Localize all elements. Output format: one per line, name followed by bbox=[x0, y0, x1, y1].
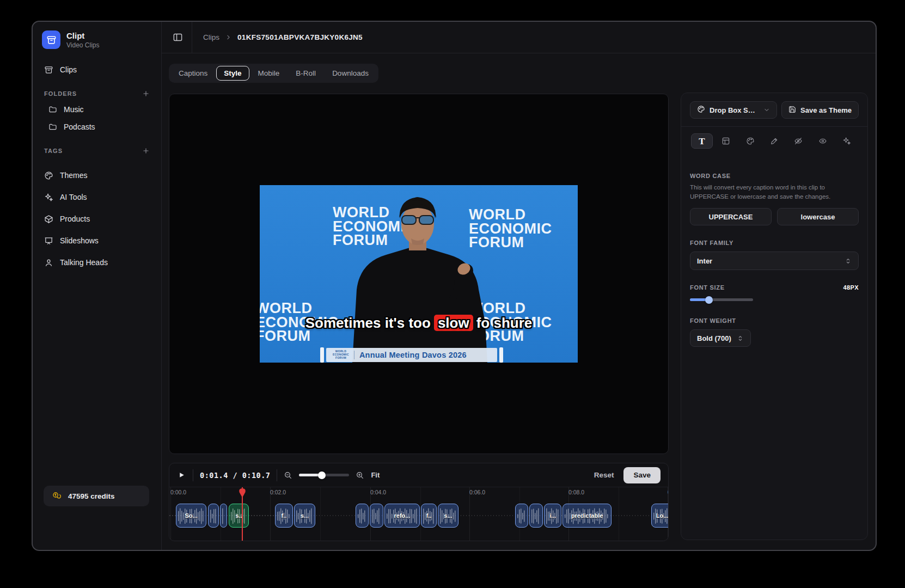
font-size-slider-thumb[interactable] bbox=[705, 296, 713, 304]
word-case-description: This will convert every caption word in … bbox=[690, 183, 859, 201]
add-folder-button[interactable] bbox=[142, 90, 150, 97]
text-tool-tab[interactable]: T bbox=[691, 133, 713, 149]
folders-title: FOLDERS bbox=[44, 90, 77, 97]
sparkles-icon bbox=[44, 193, 53, 202]
sidebar-item-folder-podcasts[interactable]: Podcasts bbox=[40, 118, 154, 136]
add-tag-button[interactable] bbox=[142, 147, 150, 155]
sidebar-item-ai-tools[interactable]: AI Tools bbox=[40, 186, 154, 208]
sidebar-item-clips[interactable]: Clips bbox=[40, 61, 154, 78]
sidebar-item-label: Slideshows bbox=[60, 236, 99, 245]
tab-broll[interactable]: B-Roll bbox=[288, 66, 323, 81]
font-family-select[interactable]: Inter bbox=[690, 252, 859, 270]
reset-button[interactable]: Reset bbox=[594, 471, 614, 479]
timeline-word-clip[interactable]: So... bbox=[176, 504, 206, 528]
save-button[interactable]: Save bbox=[623, 467, 661, 483]
ruler-label: 0:10.0 bbox=[668, 489, 668, 495]
eye-icon bbox=[818, 137, 827, 145]
header: Clips 01KFS7501ABPVKA7BJKY0K6JN5 bbox=[162, 22, 876, 53]
folder-label: Podcasts bbox=[64, 122, 95, 131]
breadcrumb-clips-link[interactable]: Clips bbox=[203, 33, 219, 41]
sidebar-item-themes[interactable]: Themes bbox=[40, 164, 154, 186]
zoom-in-icon[interactable] bbox=[356, 471, 364, 480]
font-family-label: FONT FAMILY bbox=[690, 240, 859, 246]
layout-tool-tab[interactable] bbox=[715, 133, 737, 149]
tab-downloads[interactable]: Downloads bbox=[325, 66, 376, 81]
banner-divider bbox=[354, 351, 354, 359]
editor-tabs: Captions Style Mobile B-Roll Downloads bbox=[169, 64, 378, 83]
timeline-word-clip[interactable] bbox=[529, 504, 543, 528]
timeline-zoom-slider[interactable] bbox=[299, 474, 349, 476]
header-divider bbox=[192, 22, 192, 53]
timeline-word-clip[interactable]: i... bbox=[544, 504, 561, 528]
ruler-tick-minor bbox=[320, 487, 321, 541]
sidebar-item-folder-music[interactable]: Music bbox=[40, 101, 154, 118]
playhead[interactable] bbox=[242, 487, 243, 541]
sidebar-toggle-button[interactable] bbox=[173, 32, 183, 42]
zoom-slider-thumb[interactable] bbox=[318, 471, 326, 479]
sidebar-item-slideshows[interactable]: Slideshows bbox=[40, 230, 154, 252]
timeline-word-clip[interactable]: s.. bbox=[229, 504, 249, 528]
zoom-out-icon[interactable] bbox=[284, 471, 292, 480]
timeline-word-clip[interactable] bbox=[356, 504, 369, 528]
person-icon bbox=[44, 258, 53, 267]
app-tagline: Video Clips bbox=[66, 41, 99, 49]
theme-select-value: Drop Box Shad... bbox=[710, 106, 759, 114]
video-preview[interactable]: WORLDECONOMICFORUM WORLDECONOMICFORUM WO… bbox=[169, 94, 669, 454]
tags-title: TAGS bbox=[44, 148, 63, 154]
transport-divider bbox=[277, 469, 277, 481]
layout-icon bbox=[721, 137, 730, 145]
sparkles-icon bbox=[842, 137, 851, 145]
sidebar-item-products[interactable]: Products bbox=[40, 208, 154, 230]
timeline-word-clip[interactable]: f.. bbox=[275, 504, 293, 528]
sidebar-item-label: Talking Heads bbox=[60, 258, 108, 267]
ruler-tick-minor bbox=[619, 487, 619, 541]
folders-section-header: FOLDERS bbox=[40, 87, 154, 101]
sidebar-item-label: Products bbox=[60, 215, 90, 223]
sidebar-item-talking-heads[interactable]: Talking Heads bbox=[40, 252, 154, 273]
lowercase-button[interactable]: lowercase bbox=[777, 208, 859, 225]
timeline-word-clip[interactable]: Lo... bbox=[651, 504, 668, 528]
timeline-word-clip[interactable] bbox=[370, 504, 383, 528]
timeline-word-clip[interactable]: f.. bbox=[421, 504, 437, 528]
preview-tool-tab[interactable] bbox=[812, 133, 834, 149]
timeline-word-clip[interactable] bbox=[208, 504, 219, 528]
timeline-word-clip[interactable]: predictable bbox=[562, 504, 612, 528]
highlighter-tool-tab[interactable] bbox=[763, 133, 785, 149]
app-name: Clipt bbox=[66, 31, 99, 40]
uppercase-button[interactable]: UPPERCASE bbox=[690, 208, 772, 225]
timeline-word-clip[interactable]: refo... bbox=[384, 504, 420, 528]
palette-icon bbox=[697, 105, 705, 115]
breadcrumb: Clips 01KFS7501ABPVKA7BJKY0K6JN5 bbox=[203, 33, 363, 41]
font-size-label: FONT SIZE bbox=[690, 284, 725, 291]
timeline-lane[interactable]: 0:00.00:02.00:04.00:06.00:08.00:10.0So..… bbox=[169, 487, 668, 541]
play-button[interactable] bbox=[177, 470, 186, 480]
save-as-theme-button[interactable]: Save as Theme bbox=[781, 101, 859, 119]
tab-mobile[interactable]: Mobile bbox=[250, 66, 288, 81]
app-window: Clipt Video Clips Clips FOLDERS bbox=[32, 21, 877, 551]
palette-icon bbox=[746, 137, 755, 145]
save-as-theme-label: Save as Theme bbox=[800, 106, 852, 114]
tab-style[interactable]: Style bbox=[216, 66, 249, 81]
timeline-word-clip[interactable] bbox=[515, 504, 528, 528]
hide-captions-tool-tab[interactable] bbox=[787, 133, 809, 149]
timeline-word-clip[interactable]: s... bbox=[438, 504, 458, 528]
word-case-title: WORD CASE bbox=[690, 173, 859, 179]
folder-icon bbox=[48, 105, 57, 114]
font-size-slider[interactable] bbox=[690, 298, 753, 301]
font-weight-select[interactable]: Bold (700) bbox=[690, 329, 751, 347]
timeline-word-clip[interactable] bbox=[220, 504, 227, 528]
tab-captions[interactable]: Captions bbox=[171, 66, 215, 81]
theme-select-dropdown[interactable]: Drop Box Shad... bbox=[690, 101, 777, 119]
palette-tool-tab[interactable] bbox=[739, 133, 761, 149]
fit-button[interactable]: Fit bbox=[371, 471, 380, 479]
timeline-word-clip[interactable]: s... bbox=[294, 504, 315, 528]
style-panel: Drop Box Shad... Save as Theme T bbox=[681, 93, 868, 540]
sidebar-item-label: Clips bbox=[60, 65, 77, 74]
credits-pill[interactable]: 47595 credits bbox=[44, 486, 149, 506]
effects-tool-tab[interactable] bbox=[836, 133, 858, 149]
caption-highlighted-word: slow bbox=[434, 315, 473, 331]
sidebar-item-label: Themes bbox=[60, 171, 88, 180]
font-size-value: 48PX bbox=[843, 284, 859, 291]
highlighter-icon bbox=[770, 137, 779, 145]
chevron-down-icon bbox=[763, 107, 770, 113]
